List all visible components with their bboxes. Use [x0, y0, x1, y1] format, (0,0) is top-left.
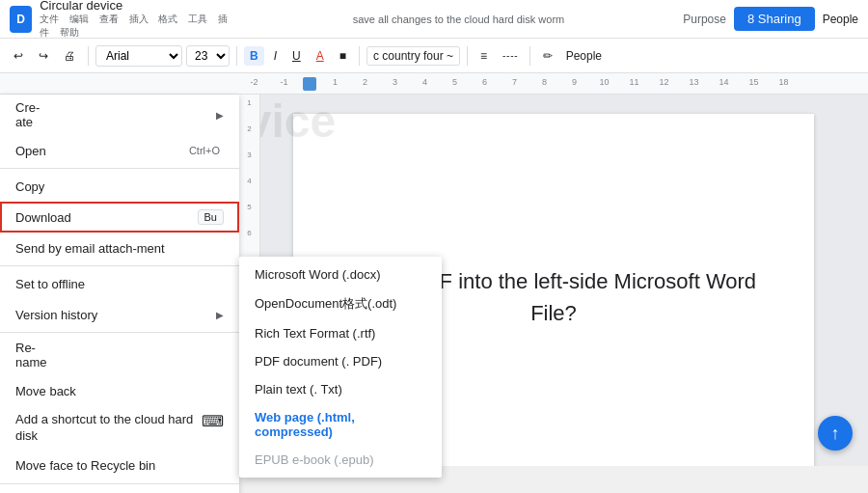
left-panel: Cre-ate Open Ctrl+O Copy Download Bu Sen…: [0, 95, 239, 466]
download-submenu: Microsoft Word (.docx) OpenDocument格式(.o…: [239, 257, 442, 478]
people-button[interactable]: People: [823, 13, 858, 26]
edit-button[interactable]: ✏: [537, 46, 558, 66]
style-tag[interactable]: c country four ~: [366, 46, 460, 66]
divider-1: [88, 46, 89, 66]
fab-icon: ↑: [831, 424, 840, 444]
keyboard-icon: ⌨: [202, 412, 224, 430]
ruler: -2 -1 1 2 3 4 5 6 7 8 9 10 11 12 13 14 1…: [0, 73, 868, 95]
color-button[interactable]: A: [311, 46, 330, 66]
italic-button[interactable]: I: [268, 46, 283, 66]
divider-4: [467, 46, 468, 66]
ctx-rename[interactable]: Re-name: [0, 335, 239, 375]
ctx-move-recycle[interactable]: Move face to Recycle bin: [0, 451, 239, 481]
redo-button[interactable]: ↪: [33, 46, 54, 66]
menu-help[interactable]: 帮助: [60, 27, 79, 38]
ctx-add-shortcut[interactable]: Add a shortcut to the cloud hard disk ⌨: [0, 406, 239, 451]
dl-txt[interactable]: Plain text (. Txt): [239, 375, 442, 403]
underline-button[interactable]: U: [286, 46, 307, 66]
dl-html[interactable]: Web page (.html, compressed): [239, 403, 442, 446]
line-spacing-button[interactable]: ≡: [475, 46, 493, 66]
ctx-move-back[interactable]: Move back: [0, 375, 239, 406]
doc-title: Circular device: [40, 0, 234, 13]
ctx-open[interactable]: Open Ctrl+O: [0, 135, 239, 166]
fab-button[interactable]: ↑: [818, 416, 853, 451]
menu-tools[interactable]: 工具: [188, 14, 207, 24]
main-area: Circular device Cre-ate Open Ctrl+O Copy…: [0, 95, 868, 466]
ctx-copy[interactable]: Copy: [0, 171, 239, 202]
ctx-send-email[interactable]: Send by email attach-ment: [0, 233, 239, 263]
divider-ctx-2: [0, 265, 239, 266]
app-icon: D: [10, 6, 32, 33]
menu-view[interactable]: 查看: [99, 14, 119, 24]
menu-edit[interactable]: 编辑: [69, 14, 89, 24]
menu-bar-inline: 文件 编辑 查看 插入 格式 工具 插件 帮助: [40, 13, 234, 40]
undo-button[interactable]: ↩: [8, 46, 29, 66]
ctx-version-history[interactable]: Version history: [0, 299, 239, 330]
dl-rtf[interactable]: Rich Text Format (.rtf): [239, 319, 442, 347]
menu-format[interactable]: 格式: [158, 14, 177, 24]
highlight-button[interactable]: ■: [334, 46, 352, 66]
divider-ctx-3: [0, 332, 239, 333]
dl-epub: EPUB e-book (.epub): [239, 446, 442, 474]
dl-pdf[interactable]: PDF document (. PDF): [239, 347, 442, 375]
sharing-button[interactable]: 8 Sharing: [734, 7, 815, 31]
divider-2: [236, 46, 237, 66]
divider-5: [529, 46, 530, 66]
ctx-publish: Publish to network: [0, 486, 239, 493]
bold-button[interactable]: B: [244, 46, 264, 66]
status-text: save all changes to the cloud hard disk …: [234, 14, 684, 25]
menu-insert[interactable]: 插入: [129, 14, 149, 24]
people-toolbar-label: People: [566, 49, 602, 63]
top-bar-right: Purpose 8 Sharing People: [683, 7, 858, 31]
print-button[interactable]: 🖨: [58, 46, 81, 66]
ctx-download[interactable]: Download Bu: [0, 202, 239, 233]
divider-ctx-4: [0, 483, 239, 484]
ruler-numbers: -2 -1 1 2 3 4 5 6 7 8 9 10 11 12 13 14 1…: [239, 77, 799, 91]
purpose-label: Purpose: [683, 13, 726, 26]
size-selector[interactable]: 23: [186, 45, 230, 67]
divider-3: [359, 46, 360, 66]
dash-button[interactable]: - - - -: [497, 47, 523, 64]
dl-docx[interactable]: Microsoft Word (.docx): [239, 260, 442, 288]
toolbar: ↩ ↪ 🖨 Arial 23 B I U A ■ c country four …: [0, 39, 868, 73]
menu-file[interactable]: 文件: [40, 14, 59, 24]
ctx-create[interactable]: Cre-ate: [0, 95, 239, 135]
top-bar-left: D Circular device 文件 编辑 查看 插入 格式 工具 插件 帮…: [10, 0, 234, 40]
divider-ctx-1: [0, 168, 239, 169]
context-menu: Cre-ate Open Ctrl+O Copy Download Bu Sen…: [0, 95, 239, 493]
top-bar: D Circular device 文件 编辑 查看 插入 格式 工具 插件 帮…: [0, 0, 868, 39]
dl-odt[interactable]: OpenDocument格式(.odt): [239, 288, 442, 319]
font-selector[interactable]: Arial: [95, 45, 182, 67]
ctx-set-offline[interactable]: Set to offline: [0, 268, 239, 299]
